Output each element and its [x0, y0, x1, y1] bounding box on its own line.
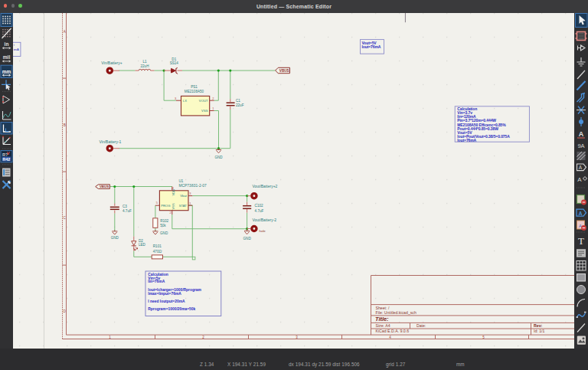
svg-text:Vout/Battery-2: Vout/Battery-2 [252, 218, 276, 222]
svg-text:A: A [579, 130, 584, 138]
svg-text:C1: C1 [236, 99, 240, 103]
svg-text:1: 1 [189, 201, 191, 205]
svg-text:R42: R42 [2, 157, 10, 162]
svg-text:Size: A4: Size: A4 [376, 323, 390, 328]
svg-text:22uF: 22uF [236, 103, 244, 107]
svg-text:C102: C102 [255, 204, 263, 208]
svg-text:Vbat: Vbat [180, 194, 187, 198]
svg-text:in: in [5, 41, 9, 47]
svg-text:ME2108A50: ME2108A50 [185, 90, 204, 93]
svg-text:C3: C3 [122, 205, 127, 208]
svg-text:U1: U1 [178, 179, 183, 183]
svg-text:VSS: VSS [172, 203, 175, 210]
svg-text:Iin=76mA: Iin=76mA [148, 280, 165, 283]
svg-text:22uH: 22uH [141, 64, 149, 68]
svg-text:VBUS: VBUS [100, 185, 109, 188]
svg-text:hole: hole [260, 229, 266, 233]
svg-text:B: B [64, 123, 66, 127]
svg-text:PROG: PROG [161, 204, 170, 208]
svg-text:STAT: STAT [179, 204, 188, 208]
svg-text:File: Untitled.kicad_sch: File: Untitled.kicad_sch [376, 310, 416, 315]
svg-text:VOUT: VOUT [199, 99, 208, 103]
svg-text:GND: GND [160, 231, 168, 235]
svg-text:PS1: PS1 [191, 85, 198, 89]
svg-text:GND: GND [111, 236, 119, 240]
svg-text:mil: mil [3, 54, 11, 60]
svg-text:SS14: SS14 [170, 61, 179, 65]
svg-text:LED: LED [139, 243, 146, 247]
svg-text:A: A [577, 176, 582, 183]
svg-text:GND: GND [214, 156, 223, 159]
svg-text:50k: 50k [160, 224, 166, 228]
svg-text:Vin/Battery-1: Vin/Battery-1 [100, 139, 122, 144]
svg-text:A: A [579, 165, 583, 170]
svg-text:Iout=76mA: Iout=76mA [362, 44, 381, 49]
svg-text:Rev:: Rev: [534, 323, 543, 328]
svg-text:Imax=Iinput=76mA: Imax=Iinput=76mA [148, 292, 181, 296]
svg-text:GND: GND [243, 237, 251, 241]
svg-text:2: 2 [212, 97, 214, 100]
svg-text:R102: R102 [160, 219, 168, 223]
svg-text:Title:: Title: [375, 316, 389, 323]
svg-text:Id: 1/1: Id: 1/1 [534, 329, 545, 333]
svg-text:mA: mA [14, 47, 20, 51]
svg-text:D2: D2 [139, 239, 143, 243]
svg-text:2: 2 [169, 211, 171, 214]
svg-text:4.7uF: 4.7uF [255, 209, 264, 213]
svg-text:D1: D1 [172, 57, 176, 61]
svg-text:4.7uF: 4.7uF [122, 209, 132, 213]
svg-text:T: T [578, 235, 584, 247]
svg-text:Rprogram=1000/20ma=50k: Rprogram=1000/20ma=50k [148, 307, 195, 311]
svg-text:MCP73831-2-07: MCP73831-2-07 [178, 184, 207, 188]
svg-text:A: A [578, 211, 582, 216]
svg-text:470Ω: 470Ω [153, 250, 162, 254]
svg-text:Date:: Date: [416, 323, 426, 328]
svg-text:R101: R101 [153, 244, 162, 248]
svg-text:1: 1 [212, 106, 214, 110]
svg-text:LX: LX [183, 99, 187, 103]
svg-text:Iout=76mA: Iout=76mA [457, 138, 476, 142]
svg-text:3: 3 [175, 97, 176, 100]
svg-text:mm: mm [2, 69, 11, 74]
svg-text:9A: 9A [577, 142, 584, 149]
svg-text:KiCad E.D.A. 9.0.6: KiCad E.D.A. 9.0.6 [376, 329, 410, 333]
svg-text:I need Ioutput=20mA: I need Ioutput=20mA [148, 300, 185, 303]
svg-text:A: A [64, 30, 66, 34]
svg-text:L1: L1 [142, 60, 147, 64]
svg-text:Vout/Battery+2: Vout/Battery+2 [252, 184, 277, 188]
svg-text:5: 5 [156, 201, 158, 205]
svg-text:VBUS: VBUS [279, 69, 289, 73]
svg-text:Vin/Battery+: Vin/Battery+ [101, 61, 122, 65]
svg-text:VSS: VSS [201, 109, 208, 113]
svg-text:3: 3 [189, 192, 191, 195]
svg-text:Sheet: /: Sheet: / [376, 306, 390, 310]
